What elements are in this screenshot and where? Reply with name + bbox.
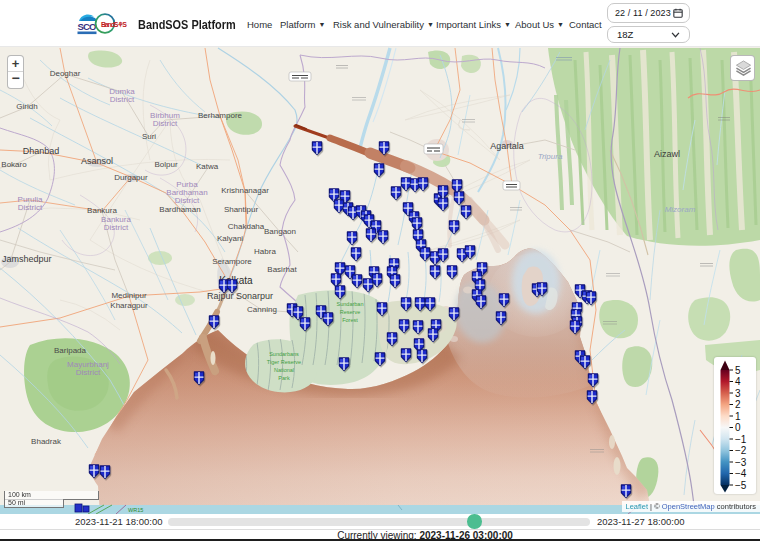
svg-text:Reserve: Reserve (340, 309, 360, 315)
svg-text:Berhampore: Berhampore (198, 111, 243, 120)
svg-text:Suri: Suri (142, 132, 156, 141)
svg-text:Park: Park (278, 375, 290, 381)
svg-text:District: District (110, 95, 135, 104)
svg-text:Kalyani: Kalyani (217, 234, 243, 243)
svg-text:Bhadrak: Bhadrak (31, 437, 62, 446)
svg-text:District: District (104, 223, 129, 232)
svg-text:Bardhaman: Bardhaman (159, 205, 200, 214)
svg-text:Habra: Habra (254, 247, 276, 256)
svg-text:Medinipur: Medinipur (111, 291, 146, 300)
svg-text:Forest: Forest (342, 317, 358, 323)
svg-text:District: District (153, 119, 178, 128)
svg-text:Agartala: Agartala (490, 141, 524, 151)
svg-text:1: 1 (735, 411, 741, 422)
svg-text:District: District (175, 196, 200, 205)
svg-text:Tripura: Tripura (538, 152, 563, 161)
svg-text:0: 0 (735, 422, 741, 433)
svg-text:Dhanbad: Dhanbad (23, 146, 60, 156)
svg-text:−2: −2 (735, 445, 747, 456)
svg-text:Jamshedpur: Jamshedpur (2, 254, 52, 264)
svg-text:District: District (76, 368, 101, 377)
svg-text:WR15: WR15 (128, 507, 143, 513)
svg-text:Baripada: Baripada (54, 346, 87, 355)
svg-text:BandS⚘S: BandS⚘S (101, 21, 127, 28)
svg-text:District: District (18, 203, 43, 212)
svg-text:Deoghar: Deoghar (50, 69, 81, 78)
svg-text:3: 3 (735, 388, 741, 399)
svg-text:Bankura: Bankura (87, 206, 117, 215)
svg-text:Durgapur: Durgapur (114, 173, 148, 182)
svg-text:Krishnanagar: Krishnanagar (221, 186, 269, 195)
svg-text:National: National (274, 367, 294, 373)
svg-text:Chakdaha: Chakdaha (228, 222, 265, 231)
svg-text:−3: −3 (735, 457, 747, 468)
svg-text:Mizoram: Mizoram (665, 205, 696, 214)
svg-text:Basirhat: Basirhat (267, 265, 297, 274)
svg-text:4: 4 (735, 376, 741, 387)
svg-text:Katwa: Katwa (196, 162, 219, 171)
svg-text:Giridh: Giridh (16, 102, 37, 111)
svg-text:Asansol: Asansol (81, 156, 113, 166)
svg-text:Aizawl: Aizawl (654, 149, 680, 159)
svg-text:Rajpur Sonarpur: Rajpur Sonarpur (207, 291, 273, 301)
svg-text:−5: −5 (735, 480, 747, 491)
svg-text:Tiger Reserve: Tiger Reserve (267, 359, 301, 365)
svg-text:Bangaon: Bangaon (264, 227, 296, 236)
svg-text:Canning: Canning (247, 305, 277, 314)
svg-text:Sundarbans: Sundarbans (269, 351, 299, 357)
svg-text:Kharagpur: Kharagpur (110, 301, 148, 310)
svg-text:2: 2 (735, 399, 741, 410)
svg-text:Sundarban: Sundarban (337, 301, 364, 307)
svg-text:Serampore: Serampore (212, 257, 252, 266)
svg-text:5: 5 (735, 365, 741, 376)
svg-text:Shantipur: Shantipur (224, 205, 259, 214)
svg-text:−1: −1 (735, 434, 747, 445)
svg-text:Bokaro: Bokaro (1, 160, 27, 169)
svg-text:−4: −4 (735, 468, 747, 479)
svg-text:Bolpur: Bolpur (154, 160, 177, 169)
